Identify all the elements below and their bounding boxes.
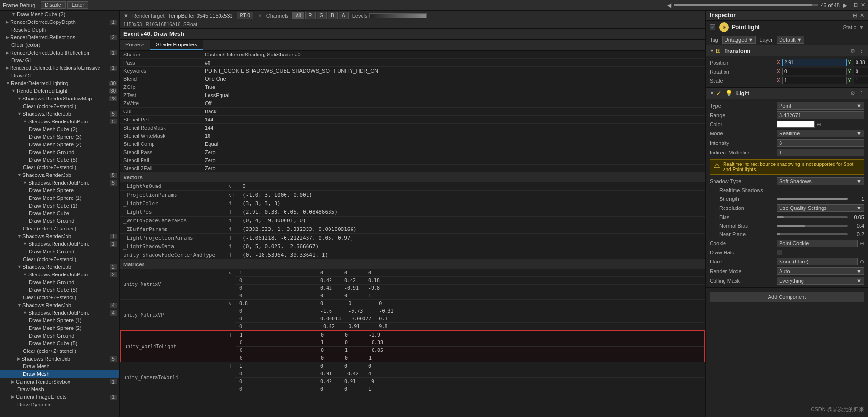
list-item[interactable]: Draw Mesh <box>0 385 119 393</box>
transform-header[interactable]: ▼ ⊞ Transform ⚙ ⋮ <box>706 45 868 56</box>
list-item[interactable]: ▶Camera.RenderSkybox1 <box>0 378 119 385</box>
list-item[interactable]: Draw Mesh Cube (5) <box>0 340 119 347</box>
light-settings-icon[interactable]: ⚙ <box>850 90 855 97</box>
resolution-dropdown[interactable]: Use Quality Settings▼ <box>777 204 864 212</box>
editor-button[interactable]: Editor <box>67 1 88 9</box>
list-item[interactable]: ▼Shadows.RenderJobPoint2 <box>0 271 119 278</box>
list-item[interactable]: Draw Mesh Ground <box>0 148 119 156</box>
list-item[interactable]: Draw GL <box>0 72 119 79</box>
near-plane-slider[interactable] <box>777 233 848 235</box>
list-item[interactable]: ▼Shadows.RenderJob4 <box>0 301 119 309</box>
rt0-button[interactable]: RT 0 <box>237 12 253 19</box>
object-active-checkbox[interactable]: ✓ <box>710 24 715 30</box>
scale-x-input[interactable] <box>782 77 847 84</box>
list-item[interactable]: Draw Mesh Sphere (1) <box>0 317 119 324</box>
list-item[interactable]: Draw GL <box>0 56 119 64</box>
cookie-picker-icon[interactable]: ⊕ <box>860 241 864 247</box>
tab-preview[interactable]: Preview <box>120 40 150 50</box>
list-item[interactable]: ▶Shadows.RenderJob5 <box>0 355 119 362</box>
list-item[interactable]: ▼Shadows.RenderJobPoint5 <box>0 118 119 125</box>
intensity-input[interactable] <box>777 139 864 147</box>
static-dropdown-icon[interactable]: ▼ <box>859 24 864 30</box>
color-picker-icon[interactable]: ⊕ <box>817 121 821 128</box>
list-item[interactable]: Draw Mesh Ground <box>0 278 119 286</box>
list-item[interactable]: Draw Mesh Ground <box>0 332 119 340</box>
culling-mask-dropdown[interactable]: Everything▼ <box>777 277 864 285</box>
event-next-button[interactable]: ▶ <box>843 2 847 9</box>
list-item[interactable]: Clear (color+Z+stencil) <box>0 294 119 301</box>
list-item[interactable]: Clear (color+Z+stencil) <box>0 164 119 171</box>
position-x-input[interactable] <box>782 59 847 66</box>
list-item[interactable]: ▶RenderDeferred.Reflections2 <box>0 33 119 41</box>
light-header[interactable]: ▼ ✓ 💡 Light ⚙ ⋮ <box>706 88 868 99</box>
transform-more-icon[interactable]: ⋮ <box>859 48 864 54</box>
channel-r-btn[interactable]: R <box>305 12 315 19</box>
event-slider[interactable] <box>674 4 818 6</box>
list-item[interactable]: Clear (color+Z+stencil) <box>0 347 119 355</box>
color-swatch[interactable] <box>777 121 815 128</box>
channel-all-btn[interactable]: All <box>292 12 304 19</box>
list-item[interactable]: Clear (color) <box>0 41 119 49</box>
levels-track[interactable] <box>369 13 427 18</box>
list-item[interactable]: ▼Shadows.RenderJob2 <box>0 263 119 271</box>
render-mode-dropdown[interactable]: Auto▼ <box>777 267 864 275</box>
tab-shader-properties[interactable]: ShaderProperties <box>150 40 203 50</box>
shadow-type-dropdown[interactable]: Soft Shadows▼ <box>777 177 864 185</box>
layer-dropdown[interactable]: Default▼ <box>777 36 804 44</box>
channel-a-btn[interactable]: A <box>339 12 349 19</box>
object-name[interactable]: Point light <box>732 24 760 31</box>
light-enabled-checkbox[interactable]: ✓ <box>716 89 722 97</box>
inspector-menu-icon[interactable]: ⊟ <box>853 12 857 19</box>
channel-b-btn[interactable]: B <box>328 12 338 19</box>
scale-y-input[interactable] <box>854 77 868 84</box>
list-item[interactable]: ▼RenderDeferred.Lighting30 <box>0 79 119 87</box>
list-item[interactable]: ▼Shadows.RenderJobPoint1 <box>0 240 119 248</box>
list-item[interactable]: Draw Mesh Sphere (3) <box>0 133 119 141</box>
list-item[interactable]: ▶RenderDeferred.CopyDepth1 <box>0 18 119 26</box>
type-dropdown[interactable]: Point▼ <box>777 102 864 110</box>
list-item[interactable]: Draw Mesh Cube <box>0 209 119 217</box>
list-item[interactable]: Draw Mesh Sphere (2) <box>0 324 119 332</box>
list-item[interactable]: Draw Dynamic <box>0 401 119 408</box>
rotation-y-input[interactable] <box>854 68 868 75</box>
range-input[interactable] <box>777 111 864 119</box>
rotation-x-input[interactable] <box>782 68 847 75</box>
event-prev-button[interactable]: ◀ <box>667 2 671 9</box>
list-item[interactable]: Draw Mesh Ground <box>0 217 119 225</box>
list-item[interactable]: Draw Mesh <box>0 362 119 370</box>
list-item[interactable]: ▼RenderDeferred.Light30 <box>0 87 119 95</box>
list-item[interactable]: Draw Mesh Sphere (2) <box>0 141 119 148</box>
list-item[interactable]: Draw Mesh Sphere (1) <box>0 194 119 202</box>
close-icon[interactable]: ✕ <box>861 2 865 8</box>
channel-g-btn[interactable]: G <box>317 12 327 19</box>
position-y-input[interactable] <box>854 59 868 66</box>
list-item[interactable]: Draw Mesh Cube (5) <box>0 156 119 164</box>
flare-picker-icon[interactable]: ⊕ <box>860 259 864 265</box>
normal-bias-slider[interactable] <box>777 225 848 227</box>
list-item[interactable]: ▼Shadows.RenderJob1 <box>0 232 119 240</box>
list-item[interactable]: ▶Rendered.Deferred.ReflectionsToEmissive… <box>0 64 119 72</box>
list-item[interactable]: ▼Shadows.RenderJob5 <box>0 110 119 118</box>
indirect-multiplier-input[interactable] <box>777 149 864 156</box>
inspector-close-icon[interactable]: ✕ <box>860 12 864 19</box>
list-item[interactable]: Clear (color+Z+stencil) <box>0 102 119 110</box>
light-more-icon[interactable]: ⋮ <box>859 90 864 97</box>
list-item[interactable]: ▼Shadows.RenderJob5 <box>0 171 119 179</box>
tag-dropdown[interactable]: Untagged▼ <box>722 36 756 44</box>
flare-dropdown[interactable]: None (Flare) <box>777 258 858 265</box>
disable-button[interactable]: Disable <box>41 1 65 9</box>
draw-halo-checkbox[interactable] <box>777 250 782 255</box>
list-item[interactable]: ▼Shadows.RenderShadowMap28 <box>0 95 119 102</box>
rt-arrow[interactable]: ▼ <box>123 13 129 19</box>
list-item[interactable]: ▶Camera.ImageEffects1 <box>0 393 119 401</box>
list-item[interactable]: Clear (color+Z+stencil) <box>0 255 119 263</box>
list-item[interactable]: ▼Draw Mesh Cube (2) <box>0 11 119 18</box>
minimize-icon[interactable]: ⊟ <box>854 2 858 8</box>
add-component-button[interactable]: Add Component <box>710 292 864 302</box>
list-item[interactable]: ▼Shadows.RenderJobPoint4 <box>0 309 119 317</box>
list-item-selected[interactable]: Draw Mesh <box>0 370 119 378</box>
list-item[interactable]: Draw Mesh Ground <box>0 248 119 255</box>
list-item[interactable]: ▼Shadows.RenderJobPoint5 <box>0 179 119 187</box>
list-item[interactable]: Clear (color+Z+stencil) <box>0 225 119 232</box>
list-item[interactable]: Draw Mesh Cube (1) <box>0 202 119 209</box>
